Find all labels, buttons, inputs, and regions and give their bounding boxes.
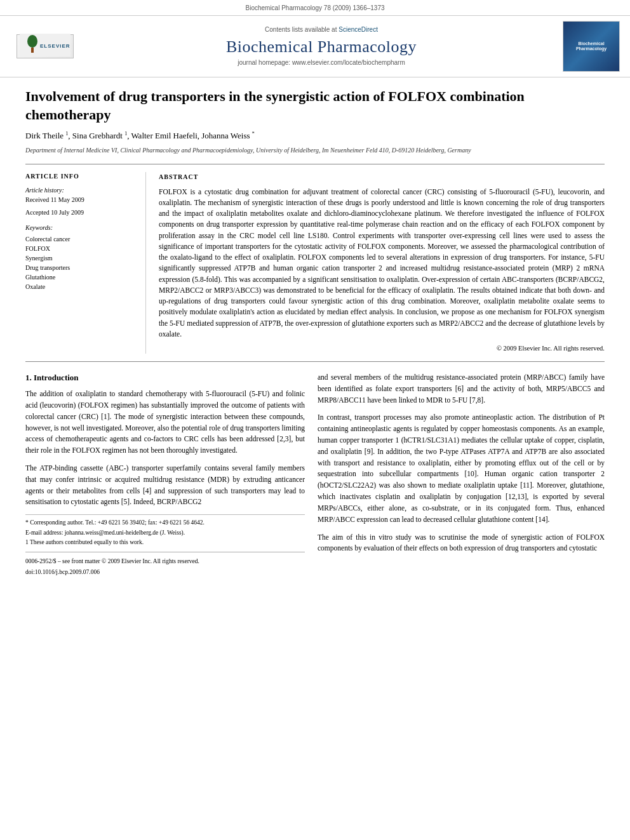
- footnote-star-text: * Corresponding author. Tel.: +49 6221 5…: [25, 519, 204, 526]
- article-title-text: Involvement of drug transporters in the …: [25, 88, 525, 123]
- science-direct-line: Contents lists available at ScienceDirec…: [80, 25, 563, 34]
- keyword-4: Drug transporters: [25, 263, 137, 272]
- footnote-email-text: E-mail address: johanna.weiss@med.uni-he…: [25, 530, 185, 536]
- abstract-panel: ABSTRACT FOLFOX is a cytostatic drug com…: [159, 172, 605, 354]
- elsevier-svg: ELSEVIER: [20, 34, 70, 57]
- right-para-1: and several members of the multidrug res…: [318, 372, 605, 406]
- keywords-label: Keywords:: [25, 223, 137, 232]
- journal-logo-box: Biochemical Pharmacology: [563, 21, 620, 72]
- article-info-panel: ARTICLE INFO Article history: Received 1…: [25, 172, 146, 354]
- history-label: Article history:: [25, 186, 137, 195]
- doi-text: doi:10.1016/j.bcp.2009.07.006: [25, 569, 100, 575]
- authors-line: Dirk Theile 1, Sina Grebhardt 1, Walter …: [25, 130, 605, 142]
- journal-homepage: journal homepage: www.elsevier.com/locat…: [80, 58, 563, 67]
- keyword-2: FOLFOX: [25, 244, 137, 253]
- keyword-5: Glutathione: [25, 272, 137, 282]
- keyword-1: Colorectal cancer: [25, 234, 137, 244]
- right-para-3: The aim of this in vitro study was to sc…: [318, 532, 605, 555]
- svg-rect-2: [31, 48, 34, 53]
- article-info-heading: ARTICLE INFO: [25, 172, 137, 181]
- copyright-notice: © 2009 Elsevier Inc. All rights reserved…: [159, 343, 605, 354]
- elsevier-logo: ELSEVIER: [17, 34, 74, 58]
- footnote-rights-text: 0006-2952/$ – see front matter © 2009 El…: [25, 558, 199, 564]
- intro-para-1: The addition of oxaliplatin to standard …: [25, 389, 305, 457]
- journal-title-text: Biochemical Pharmacology: [226, 37, 417, 56]
- footnote-star: * Corresponding author. Tel.: +49 6221 5…: [25, 519, 305, 527]
- footnote-rights: 0006-2952/$ – see front matter © 2009 El…: [25, 557, 305, 566]
- keyword-3: Synergism: [25, 253, 137, 263]
- accepted-date: Accepted 10 July 2009: [25, 208, 137, 217]
- abstract-heading: ABSTRACT: [159, 172, 605, 182]
- page-wrapper: Biochemical Pharmacology 78 (2009) 1366–…: [0, 0, 630, 587]
- science-direct-prefix: Contents lists available at: [265, 26, 337, 33]
- homepage-text: journal homepage: www.elsevier.com/locat…: [238, 59, 405, 66]
- body-section: 1. Introduction The addition of oxalipla…: [25, 372, 605, 577]
- journal-logo-line2: Pharmacology: [576, 46, 607, 51]
- main-content: Involvement of drug transporters in the …: [0, 77, 630, 587]
- article-title: Involvement of drug transporters in the …: [25, 88, 605, 124]
- journal-logo-name: Biochemical Pharmacology: [576, 41, 607, 52]
- banner-center: Contents lists available at ScienceDirec…: [80, 25, 563, 67]
- right-para-2: In contrast, transport processes may als…: [318, 412, 605, 525]
- footnotes-section: * Corresponding author. Tel.: +49 6221 5…: [25, 514, 305, 577]
- body-right-col: and several members of the multidrug res…: [318, 372, 605, 577]
- footnote-dagger-text: 1 These authors contributed equally to t…: [25, 539, 144, 545]
- journal-citation: Biochemical Pharmacology 78 (2009) 1366–…: [0, 0, 630, 15]
- info-abstract-section: ARTICLE INFO Article history: Received 1…: [25, 164, 605, 362]
- journal-banner: ELSEVIER Contents lists available at Sci…: [0, 15, 630, 77]
- received-date: Received 11 May 2009: [25, 196, 137, 204]
- affiliation: Department of Internal Medicine VI, Clin…: [25, 146, 605, 155]
- svg-point-1: [27, 35, 37, 48]
- keyword-6: Oxalate: [25, 282, 137, 291]
- affiliation-text: Department of Internal Medicine VI, Clin…: [25, 147, 471, 154]
- elsevier-logo-section: ELSEVIER: [10, 34, 80, 58]
- abstract-text: FOLFOX is a cytostatic drug combination …: [159, 187, 605, 340]
- journal-logo-line1: Biochemical: [578, 41, 604, 46]
- footnote-dagger: 1 These authors contributed equally to t…: [25, 538, 305, 547]
- body-left-col: 1. Introduction The addition of oxalipla…: [25, 372, 305, 577]
- intro-heading: 1. Introduction: [25, 372, 305, 383]
- journal-title-banner: Biochemical Pharmacology: [80, 36, 563, 58]
- doi-line: doi:10.1016/j.bcp.2009.07.006: [25, 568, 305, 577]
- science-direct-link[interactable]: ScienceDirect: [338, 26, 378, 33]
- citation-text: Biochemical Pharmacology 78 (2009) 1366–…: [245, 4, 384, 11]
- svg-text:ELSEVIER: ELSEVIER: [40, 43, 70, 49]
- footnote-email: E-mail address: johanna.weiss@med.uni-he…: [25, 529, 305, 537]
- keywords-section: Keywords: Colorectal cancer FOLFOX Syner…: [25, 223, 137, 291]
- footnote-divider: [25, 552, 305, 552]
- intro-para-2: The ATP-binding cassette (ABC-) transpor…: [25, 463, 305, 508]
